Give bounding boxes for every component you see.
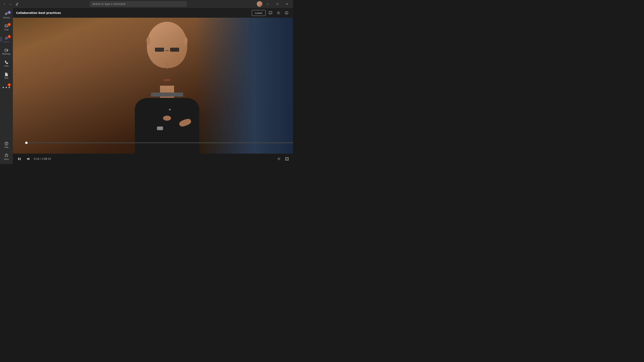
sidebar-item-chat-label: Chat <box>4 29 8 31</box>
sidebar-item-activity-label: Activity <box>3 17 10 19</box>
header-actions: Leave <box>252 10 290 16</box>
svg-point-6 <box>6 144 7 145</box>
search-text: Search or type a command <box>92 2 125 5</box>
progress-bar[interactable] <box>26 142 293 143</box>
progress-fill <box>26 142 26 143</box>
svg-point-11 <box>278 158 279 159</box>
play-pause-button[interactable] <box>16 156 22 162</box>
avatar[interactable] <box>257 1 262 7</box>
svg-rect-4 <box>5 50 6 50</box>
video-settings-button[interactable] <box>276 156 282 162</box>
sidebar: Activity 2 Chat 1 Teams <box>0 8 13 164</box>
content-area: Collaboration best practices Leave <box>13 8 293 164</box>
sidebar-item-activity[interactable]: Activity 2 <box>1 10 12 21</box>
chat-badge: 1 <box>8 23 11 26</box>
sidebar-item-store[interactable]: Store <box>1 151 12 162</box>
back-button[interactable]: ‹ <box>2 1 7 7</box>
video-header: Collaboration best practices Leave <box>13 8 293 18</box>
video-controls: 0:10 / 1:08:33 <box>13 154 293 164</box>
files-icon <box>4 72 8 76</box>
main-layout: Activity 2 Chat 1 Teams <box>0 8 293 164</box>
meetings-icon <box>4 48 8 52</box>
more-badge: 1 <box>8 83 11 86</box>
store-icon <box>4 154 8 158</box>
sidebar-item-files[interactable]: Files <box>1 70 12 81</box>
svg-rect-10 <box>20 158 20 160</box>
info-button[interactable] <box>283 10 290 16</box>
teams-badge: 1 <box>8 35 11 38</box>
fullscreen-button[interactable] <box>284 156 290 162</box>
video-container <box>13 18 293 154</box>
nav-controls: ‹ › <box>2 1 13 7</box>
sidebar-item-calls-label: Calls <box>4 65 9 67</box>
current-time: 0:10 <box>34 157 39 160</box>
svg-point-1 <box>6 37 7 38</box>
minimize-button[interactable]: — <box>263 1 272 7</box>
sidebar-item-more[interactable]: ••• 1 <box>1 82 12 93</box>
sidebar-item-chat[interactable]: Chat 1 <box>1 22 12 33</box>
sidebar-item-files-label: Files <box>4 77 8 79</box>
title-bar-right: — ☐ ✕ <box>257 1 292 7</box>
sidebar-item-meetings-label: Meetings <box>2 53 11 55</box>
maximize-button[interactable]: ☐ <box>273 1 282 7</box>
leave-button[interactable]: Leave <box>252 10 266 16</box>
video-title: Collaboration best practices <box>16 11 61 14</box>
svg-point-0 <box>7 37 8 38</box>
calls-icon <box>4 60 8 64</box>
sidebar-item-calls[interactable]: Calls <box>1 58 12 69</box>
sidebar-item-store-label: Store <box>4 158 9 160</box>
sidebar-item-help-label: Help <box>4 146 9 148</box>
time-separator: / <box>40 157 42 160</box>
title-bar-left: ‹ › <box>2 1 20 7</box>
title-bar: ‹ › Search or type a command — ☐ ✕ <box>0 0 293 8</box>
settings-panel-button[interactable] <box>275 10 282 16</box>
video-background <box>13 18 293 154</box>
help-icon <box>4 142 8 146</box>
sidebar-item-help[interactable]: Help <box>1 139 12 150</box>
time-display: 0:10 / 1:08:33 <box>34 157 51 160</box>
compose-button[interactable] <box>14 1 20 7</box>
avatar-status <box>261 5 262 7</box>
search-bar[interactable]: Search or type a command <box>90 1 186 7</box>
sidebar-item-teams[interactable]: Teams 1 <box>1 34 12 45</box>
svg-rect-3 <box>5 50 6 50</box>
close-button[interactable]: ✕ <box>282 1 292 7</box>
activity-badge: 2 <box>8 11 11 14</box>
chat-panel-button[interactable] <box>267 10 274 16</box>
svg-rect-9 <box>18 158 19 160</box>
volume-button[interactable] <box>25 156 32 162</box>
sidebar-item-meetings[interactable]: Meetings <box>1 46 12 57</box>
sidebar-item-teams-label: Teams <box>4 41 9 43</box>
forward-button[interactable]: › <box>8 1 13 7</box>
svg-point-7 <box>278 12 279 13</box>
total-time: 1:08:33 <box>42 157 51 160</box>
